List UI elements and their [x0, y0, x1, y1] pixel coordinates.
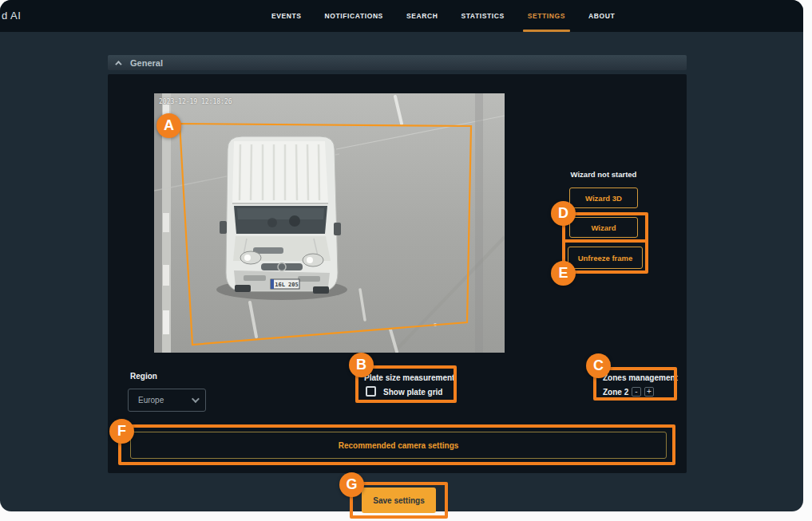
- main-nav: EVENTS NOTIFICATIONS SEARCH STATISTICS S…: [271, 0, 615, 32]
- save-settings-button[interactable]: Save settings: [362, 487, 436, 513]
- annotation-marker-f: F: [109, 419, 134, 444]
- wizard-3d-button[interactable]: Wizard 3D: [569, 187, 638, 208]
- chevron-down-icon: [192, 395, 200, 403]
- camera-timestamp: 2023-12-19 12:18:26: [159, 98, 232, 105]
- show-plate-grid-checkbox[interactable]: [366, 386, 376, 397]
- annotation-marker-b: B: [349, 353, 374, 377]
- section-title: General: [130, 58, 163, 68]
- zone-number-label: Zone 2: [603, 388, 628, 397]
- region-select[interactable]: Europe: [128, 389, 206, 412]
- annotation-marker-g: G: [339, 472, 364, 497]
- region-selected-value: Europe: [138, 396, 192, 405]
- general-section-header[interactable]: General: [108, 55, 687, 70]
- camera-frame-image: 16L 205: [154, 93, 505, 353]
- annotation-marker-d: D: [551, 201, 576, 226]
- chevron-up-icon: [115, 61, 121, 67]
- plate-size-title: Plate size measurement: [364, 373, 454, 382]
- unfreeze-frame-button[interactable]: Unfreeze frame: [568, 247, 643, 269]
- region-label: Region: [130, 372, 157, 381]
- wizard-status-text: Wizard not started: [557, 170, 650, 179]
- recommended-camera-settings-button[interactable]: Recommended camera settings: [130, 432, 667, 459]
- annotation-marker-c: C: [586, 353, 611, 378]
- screenshot-page: d AI EVENTS NOTIFICATIONS SEARCH STATIST…: [0, 0, 812, 521]
- tab-statistics[interactable]: STATISTICS: [461, 0, 504, 32]
- topbar: d AI EVENTS NOTIFICATIONS SEARCH STATIST…: [0, 0, 803, 32]
- tab-notifications[interactable]: NOTIFICATIONS: [325, 0, 383, 32]
- app-logo: d AI: [2, 10, 21, 22]
- zones-management-title: Zones management: [603, 373, 678, 382]
- wizard-button[interactable]: Wizard: [569, 217, 638, 238]
- show-plate-grid-label: Show plate grid: [383, 388, 442, 397]
- zone-minus-button[interactable]: -: [632, 387, 641, 397]
- tab-search[interactable]: SEARCH: [406, 0, 438, 32]
- tab-events[interactable]: EVENTS: [271, 0, 302, 32]
- license-plate-text: 16L 205: [275, 282, 299, 288]
- annotation-marker-e: E: [551, 261, 576, 286]
- tab-settings[interactable]: SETTINGS: [528, 0, 565, 32]
- annotation-marker-a: A: [156, 113, 181, 138]
- van-image: 16L 205: [216, 136, 347, 300]
- camera-frame: 2023-12-19 12:18:26: [154, 93, 505, 353]
- tab-about[interactable]: ABOUT: [588, 0, 615, 32]
- zone-plus-button[interactable]: +: [644, 387, 654, 397]
